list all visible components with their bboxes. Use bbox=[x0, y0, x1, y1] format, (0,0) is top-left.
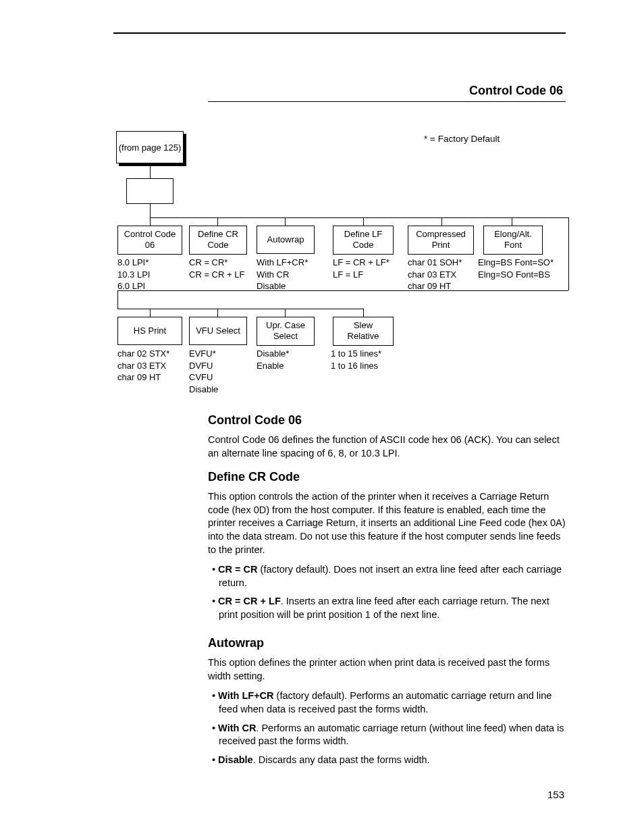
opt: Elng=BS Font=SO* bbox=[478, 257, 554, 269]
opt: CR = CR + LF bbox=[189, 269, 244, 281]
connector bbox=[363, 217, 364, 226]
node-label: SlewRelative bbox=[348, 320, 379, 341]
bullet-disable: Disable. Discards any data past the form… bbox=[219, 754, 566, 767]
pagelink-text: (from page 125) bbox=[119, 142, 182, 153]
opts-vfu-select: EVFU* DVFU CVFU Disable bbox=[189, 348, 218, 395]
section-title: Control Code 06 bbox=[208, 412, 566, 428]
connector bbox=[217, 217, 218, 226]
bullet-withlfcr: With LF+CR (factory default). Performs a… bbox=[219, 689, 566, 716]
opts-slew-relative: 1 to 15 lines* 1 to 16 lines bbox=[331, 348, 381, 371]
menu-tree-diagram: * = Factory Default (from page 125) Cont… bbox=[113, 128, 572, 412]
connector bbox=[117, 290, 118, 309]
node-define-lf: Define LFCode bbox=[333, 226, 394, 255]
opt: With LF+CR* bbox=[257, 257, 308, 269]
bullet-rest: . Performs an automatic carriage return … bbox=[219, 723, 564, 747]
node-label: Upr. CaseSelect bbox=[266, 320, 305, 341]
bullet-cr: CR = CR (factory default). Does not inse… bbox=[219, 563, 566, 590]
opt: char 03 ETX bbox=[408, 269, 462, 281]
node-label: CompressedPrint bbox=[416, 229, 466, 250]
top-rule bbox=[113, 32, 566, 34]
opt: char 09 HT bbox=[117, 371, 169, 384]
section-title: Autowrap bbox=[208, 635, 566, 651]
connector bbox=[568, 217, 569, 290]
root-box bbox=[126, 178, 173, 204]
opt: CR = CR* bbox=[189, 257, 244, 269]
node-control-code-06: Control Code06 bbox=[117, 226, 182, 255]
section-title: Define CR Code bbox=[208, 469, 566, 485]
para: This option defines the printer action w… bbox=[208, 656, 566, 683]
opts-control-code-06: 8.0 LPI* 10.3 LPI 6.0 LPI bbox=[117, 257, 150, 292]
node-upr-case: Upr. CaseSelect bbox=[257, 317, 315, 346]
opt: 1 to 15 lines* bbox=[331, 348, 381, 360]
connector bbox=[441, 217, 442, 226]
legend-text: * = Factory Default bbox=[424, 134, 500, 144]
connector bbox=[150, 163, 151, 178]
node-label: Define CRCode bbox=[198, 229, 238, 250]
opt: Enable bbox=[257, 360, 289, 372]
connector bbox=[150, 217, 568, 218]
opt: CVFU bbox=[189, 371, 218, 384]
opt: char 02 STX* bbox=[117, 348, 169, 360]
bullet-bold: CR = CR bbox=[218, 564, 257, 575]
opt: Disable bbox=[189, 384, 218, 396]
connector bbox=[150, 204, 151, 217]
connector bbox=[285, 309, 286, 317]
bullet-bold: With LF+CR bbox=[218, 690, 273, 701]
opt: 10.3 LPI bbox=[117, 269, 150, 281]
opt: LF = LF bbox=[333, 269, 390, 281]
bullet-rest: (factory default). Does not insert an ex… bbox=[219, 564, 562, 588]
opts-hs-print: char 02 STX* char 03 ETX char 09 HT bbox=[117, 348, 169, 384]
opt: char 03 ETX bbox=[117, 360, 169, 372]
section-define-cr: Define CR Code This option controls the … bbox=[208, 469, 566, 627]
bullet-rest: . Discards any data past the forms width… bbox=[253, 754, 430, 765]
section-cc06: Control Code 06 Control Code 06 defines … bbox=[208, 412, 566, 467]
node-hs-print: HS Print bbox=[117, 317, 182, 345]
opts-define-lf: LF = CR + LF* LF = LF bbox=[333, 257, 390, 280]
node-define-cr: Define CRCode bbox=[189, 226, 247, 255]
connector bbox=[285, 217, 286, 226]
bullet-withcr: With CR. Performs an automatic carriage … bbox=[219, 722, 566, 748]
opt: Disable* bbox=[257, 348, 289, 360]
opts-define-cr: CR = CR* CR = CR + LF bbox=[189, 257, 244, 280]
bullet-bold: Disable bbox=[218, 754, 253, 765]
connector bbox=[217, 309, 218, 317]
connector bbox=[150, 309, 151, 317]
opt: With CR bbox=[257, 269, 308, 281]
connector bbox=[512, 217, 512, 226]
opts-elong-alt: Elng=BS Font=SO* Elng=SO Font=BS bbox=[478, 257, 554, 280]
node-elong-alt: Elong/Alt.Font bbox=[483, 226, 543, 255]
node-label: HS Print bbox=[134, 325, 166, 336]
page-number: 153 bbox=[547, 789, 564, 800]
connector bbox=[150, 217, 151, 226]
node-compressed: CompressedPrint bbox=[408, 226, 474, 255]
opt: LF = CR + LF* bbox=[333, 257, 390, 269]
opts-autowrap: With LF+CR* With CR Disable bbox=[257, 257, 308, 292]
section-autowrap: Autowrap This option defines the printer… bbox=[208, 635, 566, 772]
bullet-bold: CR = CR + LF bbox=[218, 596, 281, 606]
opt: Elng=SO Font=BS bbox=[478, 269, 554, 281]
node-label: Control Code06 bbox=[124, 229, 176, 250]
connector bbox=[117, 309, 364, 309]
node-autowrap: Autowrap bbox=[257, 226, 315, 254]
pagelink-box: (from page 125) bbox=[116, 131, 184, 163]
para: This option controls the action of the p… bbox=[208, 490, 566, 556]
node-label: VFU Select bbox=[196, 325, 240, 336]
opt: 1 to 16 lines bbox=[331, 360, 381, 372]
opt: EVFU* bbox=[189, 348, 218, 360]
node-slew-relative: SlewRelative bbox=[333, 317, 394, 346]
mid-rule bbox=[208, 101, 566, 102]
node-vfu-select: VFU Select bbox=[189, 317, 247, 345]
bullet-bold: With CR bbox=[218, 723, 256, 733]
node-label: Elong/Alt.Font bbox=[494, 229, 532, 250]
node-label: Define LFCode bbox=[344, 229, 382, 250]
bullet-crlf: CR = CR + LF. Inserts an extra line feed… bbox=[219, 595, 566, 621]
connector bbox=[117, 290, 568, 291]
opts-compressed: char 01 SOH* char 03 ETX char 09 HT bbox=[408, 257, 462, 292]
opts-upr-case: Disable* Enable bbox=[257, 348, 289, 371]
opt: DVFU bbox=[189, 360, 218, 372]
para: Control Code 06 defines the function of … bbox=[208, 434, 566, 460]
opt: char 01 SOH* bbox=[408, 257, 462, 269]
node-label: Autowrap bbox=[267, 234, 304, 244]
connector bbox=[363, 309, 364, 317]
opt: 8.0 LPI* bbox=[117, 257, 150, 269]
